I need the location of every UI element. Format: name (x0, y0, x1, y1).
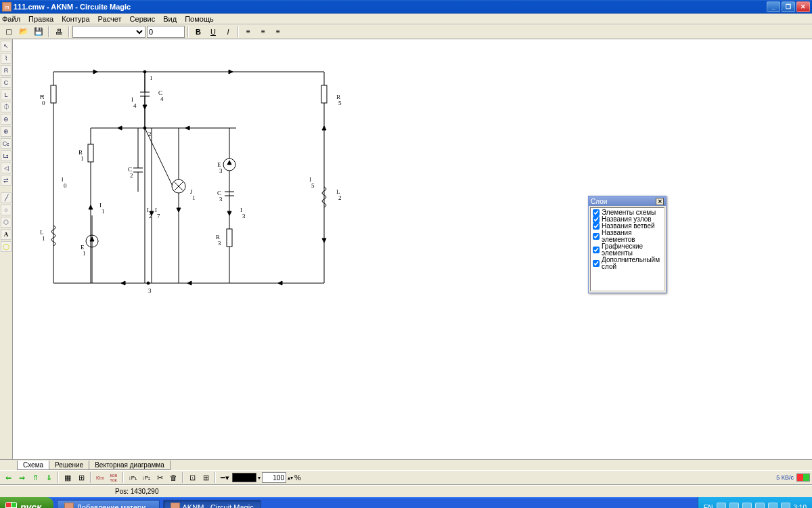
tools-palette: ↖ ⌇ R C L ⏀ ⊖ ⊕ C₂ L₂ ◁ ⇌ ╱ ○ ⬡ A ◯ (0, 39, 13, 459)
menu-calc[interactable]: Расчет (98, 15, 122, 23)
save-button[interactable]: 💾 (32, 26, 45, 38)
taskbar-item-1[interactable]: Добавление матери... (57, 500, 159, 509)
system-tray[interactable]: EN 3:10 (698, 497, 812, 508)
nav-down-button[interactable]: ⇓ (43, 471, 55, 484)
svg-text:3: 3 (218, 240, 221, 247)
tab-solution[interactable]: Решение (49, 461, 89, 470)
svg-marker-7 (278, 281, 282, 285)
layers-panel[interactable]: Слои ✕ Элементы схемы Названия узлов Наз… (588, 196, 667, 293)
open-button[interactable]: 📂 (17, 26, 30, 38)
color-picker[interactable] (232, 473, 256, 482)
print-button[interactable]: 🖶 (52, 26, 66, 38)
clock[interactable]: 3:10 (794, 504, 807, 509)
taskbar-item-2[interactable]: AKNM - Circuit Magic (163, 500, 261, 509)
svg-text:1: 1 (83, 250, 86, 257)
tool-circle[interactable]: ○ (1, 205, 12, 215)
align-left-button[interactable]: ≡ (242, 26, 255, 38)
lang-indicator[interactable]: EN (704, 504, 713, 509)
nav-up-button[interactable]: ⇑ (29, 471, 41, 484)
menu-view[interactable]: Вид (163, 15, 177, 23)
menu-edit[interactable]: Правка (28, 15, 53, 23)
tray-icon[interactable] (729, 503, 739, 508)
svg-text:7: 7 (157, 213, 160, 219)
zoom-input[interactable] (262, 472, 286, 483)
menu-help[interactable]: Помощь (185, 15, 214, 23)
tool-capacitor[interactable]: C (1, 77, 12, 88)
tool-l2[interactable]: L₂ (1, 150, 12, 161)
tok-button[interactable]: конток (108, 471, 120, 484)
windows-logo-icon (5, 502, 17, 509)
svg-marker-15 (89, 205, 93, 209)
tool-isrc[interactable]: ⊕ (1, 126, 12, 137)
delete-button[interactable]: 🗑 (167, 471, 179, 484)
grid-button[interactable]: ▦ (62, 471, 74, 484)
align-right-button[interactable]: ≡ (271, 26, 285, 38)
nav-left-button[interactable]: ⇐ (2, 471, 14, 484)
tray-icon[interactable] (742, 503, 752, 508)
maximize-button[interactable]: ❐ (782, 1, 795, 12)
canvas-area[interactable]: 1 2 3 R0 I0 L1 E1 I4 C4 R1 I1 C2 I7 I2 J… (13, 39, 812, 459)
bold-button[interactable]: B (191, 26, 205, 38)
svg-text:3: 3 (242, 213, 246, 219)
svg-text:5: 5 (311, 182, 315, 189)
tray-icon[interactable] (755, 503, 765, 508)
snap-button[interactable]: ⊞ (75, 471, 87, 484)
minimize-button[interactable]: _ (767, 1, 780, 12)
font-size-input[interactable] (147, 26, 185, 38)
svg-text:3: 3 (148, 287, 152, 294)
tab-vector[interactable]: Векторная диаграмма (89, 461, 171, 470)
tray-icon[interactable] (717, 503, 726, 508)
tool-c2[interactable]: C₂ (1, 138, 12, 149)
tool-resistor[interactable]: R (1, 65, 12, 76)
font-select[interactable] (72, 26, 145, 38)
italic-button[interactable]: I (221, 26, 235, 38)
tool-line[interactable]: ╱ (1, 192, 12, 203)
tool-shape[interactable]: ◯ (1, 241, 12, 252)
tool-diode[interactable]: ◁ (1, 163, 12, 173)
tab-scheme[interactable]: Схема (17, 461, 49, 470)
layers-panel-close-icon[interactable]: ✕ (656, 198, 664, 205)
new-button[interactable]: ▢ (2, 26, 16, 38)
layer-check-3[interactable] (593, 233, 600, 240)
p1-button[interactable]: ↓P₁ (127, 471, 139, 484)
svg-marker-17 (177, 208, 181, 212)
tool-inductor[interactable]: L (1, 89, 12, 100)
view2-button[interactable]: ⊞ (200, 471, 212, 484)
svg-text:4: 4 (133, 102, 137, 109)
view1-button[interactable]: ⊡ (186, 471, 198, 484)
layer-check-4[interactable] (593, 247, 600, 253)
svg-rect-20 (227, 229, 232, 247)
svg-text:3: 3 (219, 167, 223, 174)
tool-xfmr[interactable]: ⇌ (1, 175, 12, 186)
menu-file[interactable]: Файл (2, 15, 20, 23)
layer-check-0[interactable] (593, 209, 600, 216)
kirx-button[interactable]: Kirx (94, 471, 106, 484)
task-icon (64, 503, 74, 508)
tool-vsrc[interactable]: ⊖ (1, 114, 12, 125)
svg-text:1: 1 (42, 235, 45, 242)
menu-contours[interactable]: Контура (62, 15, 89, 23)
linew-button[interactable]: ━▾ (219, 471, 231, 484)
layer-check-1[interactable] (593, 216, 600, 223)
layers-panel-title[interactable]: Слои ✕ (589, 196, 666, 206)
tray-icon[interactable] (781, 503, 790, 508)
svg-text:0: 0 (64, 182, 67, 189)
tool-text[interactable]: A (1, 229, 12, 240)
tray-icon[interactable] (768, 503, 777, 508)
tool-wire[interactable]: ⌇ (1, 53, 12, 64)
p2-button[interactable]: ↓P₂ (140, 471, 152, 484)
underline-button[interactable]: U (206, 26, 220, 38)
svg-marker-12 (118, 126, 122, 130)
layer-check-2[interactable] (593, 223, 600, 230)
close-button[interactable]: ✕ (796, 1, 810, 12)
tool-poly[interactable]: ⬡ (1, 217, 12, 228)
menu-service[interactable]: Сервис (130, 15, 156, 23)
align-center-button[interactable]: ≡ (256, 26, 270, 38)
cut-button[interactable]: ✂ (154, 471, 166, 484)
start-button[interactable]: пуск (0, 497, 53, 508)
svg-marker-0 (93, 70, 97, 74)
layer-check-5[interactable] (593, 260, 600, 267)
tool-ground[interactable]: ⏀ (1, 102, 12, 112)
tool-pointer[interactable]: ↖ (1, 41, 12, 51)
nav-right-button[interactable]: ⇒ (16, 471, 28, 484)
